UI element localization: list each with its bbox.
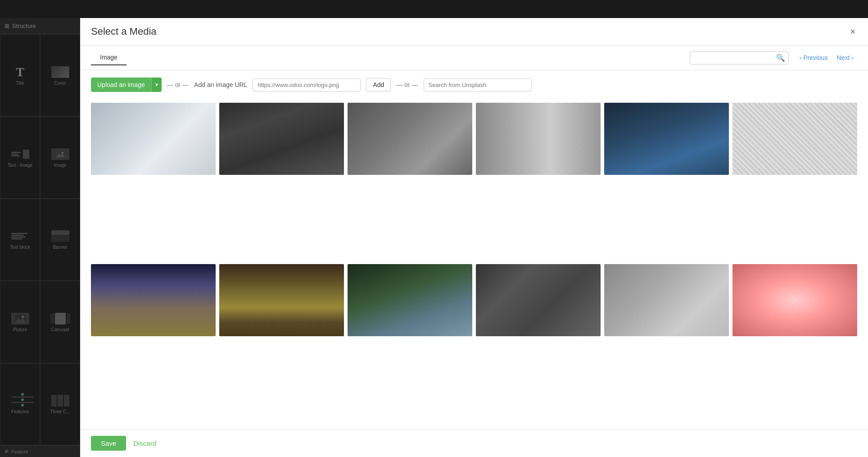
image-cell-7[interactable] bbox=[91, 264, 216, 336]
upload-button-group: Upload an image ▾ bbox=[91, 78, 162, 92]
image-cell-1[interactable] bbox=[91, 103, 216, 175]
image-cell-12[interactable] bbox=[732, 264, 857, 336]
image-cell-10[interactable] bbox=[476, 264, 601, 336]
modal-dialog: Select a Media × Image 🔍 ‹ Previous Next… bbox=[80, 18, 868, 457]
discard-button[interactable]: Discard bbox=[131, 436, 158, 451]
modal-title: Select a Media bbox=[91, 26, 157, 37]
search-button[interactable]: 🔍 bbox=[776, 54, 785, 62]
modal-footer: Save Discard bbox=[80, 429, 868, 457]
image-grid bbox=[80, 99, 868, 429]
add-url-button[interactable]: Add bbox=[366, 78, 391, 91]
pagination-nav: ‹ Previous Next › bbox=[796, 52, 857, 63]
search-input[interactable] bbox=[695, 54, 773, 61]
tab-image[interactable]: Image bbox=[91, 50, 127, 65]
url-input[interactable] bbox=[253, 78, 361, 91]
modal-close-button[interactable]: × bbox=[848, 25, 857, 38]
search-box: 🔍 bbox=[690, 51, 789, 64]
prev-page-button[interactable]: ‹ Previous bbox=[796, 52, 832, 63]
image-cell-6[interactable] bbox=[732, 103, 857, 175]
image-cell-8[interactable] bbox=[219, 264, 344, 336]
modal-toolbar: Image 🔍 ‹ Previous Next › bbox=[80, 46, 868, 70]
image-cell-9[interactable] bbox=[348, 264, 472, 336]
add-url-label: Add an image URL bbox=[194, 81, 247, 88]
image-cell-11[interactable] bbox=[604, 264, 729, 336]
search-icon: 🔍 bbox=[776, 54, 785, 62]
top-bar bbox=[0, 0, 868, 18]
next-page-button[interactable]: Next › bbox=[833, 52, 857, 63]
image-cell-2[interactable] bbox=[219, 103, 344, 175]
image-cell-5[interactable] bbox=[604, 103, 729, 175]
upload-caret-button[interactable]: ▾ bbox=[151, 78, 162, 92]
image-cell-4[interactable] bbox=[476, 103, 601, 175]
upload-image-button[interactable]: Upload an image bbox=[91, 78, 151, 92]
save-button[interactable]: Save bbox=[91, 436, 126, 451]
or-text-2: — or — bbox=[396, 81, 418, 88]
upload-row: Upload an image ▾ — or — Add an image UR… bbox=[80, 70, 868, 99]
image-cell-3[interactable] bbox=[348, 103, 472, 175]
modal-header: Select a Media × bbox=[80, 18, 868, 46]
or-text-1: — or — bbox=[167, 81, 189, 88]
unsplash-search-input[interactable] bbox=[424, 78, 532, 91]
